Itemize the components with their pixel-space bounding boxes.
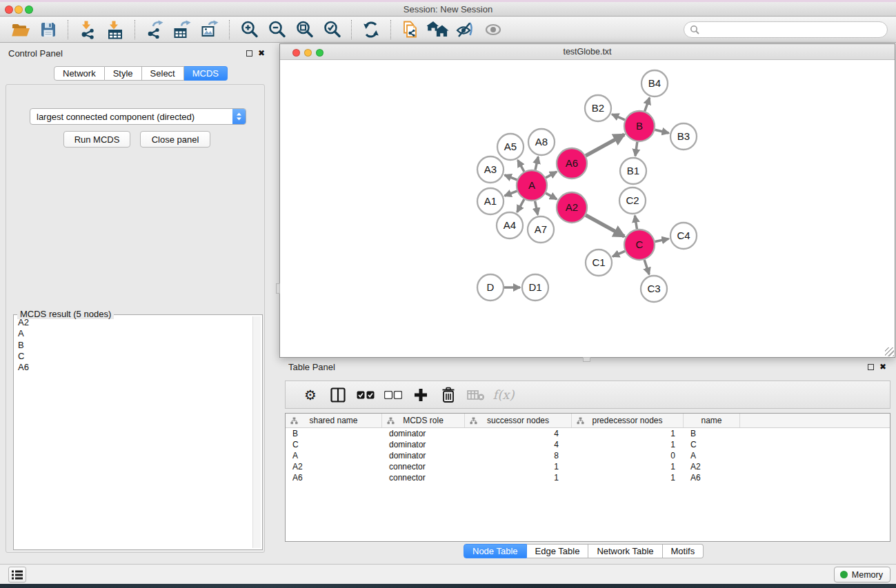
- select-all-rows-button[interactable]: [352, 383, 379, 407]
- graph-node-A4[interactable]: A4: [497, 212, 523, 239]
- show-hide-columns-button[interactable]: [324, 383, 352, 407]
- cell-predecessor-nodes[interactable]: 0: [572, 450, 684, 461]
- graph-node-C3[interactable]: C3: [641, 276, 667, 302]
- graph-node-B3[interactable]: B3: [670, 123, 697, 150]
- cell-name[interactable]: A2: [684, 461, 740, 472]
- save-session-button[interactable]: [34, 19, 62, 41]
- graph-node-A[interactable]: A: [517, 170, 547, 201]
- cell-predecessor-nodes[interactable]: 1: [572, 461, 684, 472]
- cell-name[interactable]: A6: [684, 472, 740, 483]
- cell-successor-nodes[interactable]: 4: [465, 439, 572, 450]
- cell-successor-nodes[interactable]: 4: [465, 428, 572, 439]
- table-panel-close-button[interactable]: ✖: [879, 363, 886, 370]
- tab-edge-table[interactable]: Edge Table: [527, 544, 589, 558]
- memory-button[interactable]: Memory: [834, 567, 890, 582]
- tab-motifs[interactable]: Motifs: [663, 544, 704, 558]
- graph-node-B[interactable]: B: [624, 111, 655, 141]
- graph-node-C2[interactable]: C2: [619, 187, 646, 214]
- tab-style[interactable]: Style: [105, 66, 142, 81]
- table-row[interactable]: Cdominator41C: [286, 439, 890, 450]
- graph-edge-A-A6[interactable]: [546, 172, 557, 178]
- show-all-button[interactable]: [479, 19, 507, 41]
- cell-mcds-role[interactable]: dominator: [382, 428, 465, 439]
- tab-select[interactable]: Select: [142, 66, 184, 81]
- cell-successor-nodes[interactable]: 1: [465, 472, 572, 483]
- deselect-all-rows-button[interactable]: [379, 383, 407, 407]
- hide-selected-button[interactable]: [452, 19, 479, 41]
- column-header-mcds-role[interactable]: MCDS role: [382, 414, 465, 427]
- graph-node-A1[interactable]: A1: [477, 188, 504, 214]
- graph-node-C[interactable]: C: [624, 230, 655, 260]
- result-item[interactable]: C: [15, 351, 251, 362]
- network-resize-grip[interactable]: [885, 347, 894, 356]
- import-table-button[interactable]: [101, 19, 129, 41]
- cell-shared-name[interactable]: A6: [286, 472, 382, 483]
- tab-mcds[interactable]: MCDS: [184, 66, 228, 81]
- cell-shared-name[interactable]: A: [286, 450, 382, 461]
- cell-shared-name[interactable]: C: [286, 439, 382, 450]
- export-image-button[interactable]: [196, 19, 223, 41]
- run-mcds-button[interactable]: Run MCDS: [63, 131, 130, 148]
- graph-node-C4[interactable]: C4: [670, 223, 697, 249]
- graph-edge-A2-C[interactable]: [586, 215, 624, 236]
- tab-network-table[interactable]: Network Table: [588, 544, 662, 558]
- result-item[interactable]: A6: [15, 362, 251, 373]
- table-row[interactable]: Bdominator41B: [286, 428, 890, 439]
- graph-edge-A-A2[interactable]: [546, 193, 557, 199]
- cell-mcds-role[interactable]: connector: [382, 472, 465, 483]
- graph-node-B2[interactable]: B2: [585, 95, 611, 121]
- graph-edge-A6-B[interactable]: [586, 134, 624, 156]
- result-item[interactable]: A: [15, 328, 251, 339]
- graph-node-B1[interactable]: B1: [620, 158, 646, 184]
- graph-node-C1[interactable]: C1: [586, 250, 612, 276]
- result-item[interactable]: B: [15, 340, 251, 351]
- network-window-titlebar[interactable]: testGlobe.txt: [280, 44, 895, 60]
- graph-node-A6[interactable]: A6: [557, 148, 587, 179]
- graph-node-A3[interactable]: A3: [477, 156, 504, 183]
- tab-network[interactable]: Network: [54, 66, 105, 81]
- task-history-button[interactable]: [8, 567, 26, 582]
- graph-node-B4[interactable]: B4: [641, 70, 668, 97]
- table-row[interactable]: Adominator80A: [286, 450, 890, 461]
- graph-edge-A-A8[interactable]: [535, 156, 538, 170]
- cell-mcds-role[interactable]: dominator: [382, 450, 465, 461]
- add-column-button[interactable]: [407, 383, 435, 407]
- cell-name[interactable]: B: [684, 428, 740, 439]
- result-item[interactable]: A2: [15, 317, 251, 328]
- zoom-selected-button[interactable]: [318, 19, 346, 41]
- graph-node-A7[interactable]: A7: [528, 216, 554, 243]
- delete-table-button[interactable]: [462, 383, 490, 407]
- search-input[interactable]: [684, 21, 888, 38]
- graph-edge-A-A4[interactable]: [517, 199, 524, 212]
- table-panel-float-button[interactable]: [868, 364, 874, 370]
- graph-edge-C-C1[interactable]: [613, 251, 625, 256]
- graph-edge-C-C4[interactable]: [655, 239, 669, 241]
- zoom-in-button[interactable]: [235, 19, 263, 41]
- graph-edge-A-A3[interactable]: [505, 175, 517, 180]
- refresh-view-button[interactable]: [357, 19, 385, 41]
- control-panel-float-button[interactable]: [246, 50, 252, 57]
- graph-node-A8[interactable]: A8: [528, 129, 555, 155]
- column-header-name[interactable]: name: [684, 414, 740, 427]
- close-panel-button[interactable]: Close panel: [140, 131, 210, 148]
- graph-edge-A-A1[interactable]: [505, 191, 517, 196]
- column-header-predecessor-nodes[interactable]: predecessor nodes: [572, 414, 684, 427]
- graph-edge-A-A7[interactable]: [535, 201, 538, 215]
- window-titlebar[interactable]: Session: New Session: [0, 2, 896, 17]
- graph-edge-C-C3[interactable]: [644, 260, 649, 274]
- function-builder-button[interactable]: f(x): [490, 383, 517, 407]
- cell-predecessor-nodes[interactable]: 1: [572, 472, 684, 483]
- open-session-button[interactable]: [7, 19, 34, 41]
- column-header-successor-nodes[interactable]: successor nodes: [465, 414, 572, 427]
- result-scrollbar[interactable]: [252, 316, 261, 548]
- import-network-button[interactable]: [74, 19, 101, 41]
- zoom-fit-button[interactable]: [290, 19, 318, 41]
- cell-predecessor-nodes[interactable]: 1: [572, 439, 684, 450]
- network-vertical-scrollbar[interactable]: [276, 283, 280, 294]
- cell-name[interactable]: A: [684, 450, 740, 461]
- graph-edge-A-A5[interactable]: [518, 160, 524, 172]
- column-header-shared-name[interactable]: shared name: [286, 414, 382, 427]
- cell-mcds-role[interactable]: connector: [382, 461, 465, 472]
- zoom-out-button[interactable]: [263, 19, 290, 41]
- first-neighbors-button[interactable]: [424, 19, 452, 41]
